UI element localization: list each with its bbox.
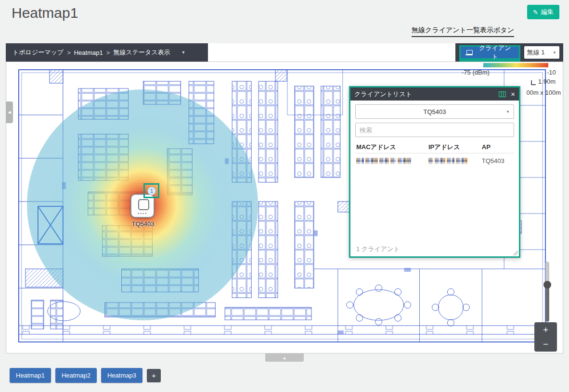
- client-list-panel: クライアントリスト × TQ5403 ▼ MACアドレス IPアドレス AP: [349, 86, 520, 258]
- client-panel-header[interactable]: クライアントリスト ×: [350, 88, 519, 101]
- masked-mac-address: [356, 158, 428, 164]
- breadcrumb-separator: >: [106, 49, 110, 56]
- edit-button-label: 編集: [541, 8, 554, 16]
- zoom-out-button[interactable]: −: [534, 337, 557, 352]
- radio-select-value: 無線 1: [527, 48, 545, 57]
- breadcrumb-topology-map[interactable]: トポロジーマップ: [13, 48, 64, 57]
- columns-icon[interactable]: [499, 91, 506, 97]
- tab-heatmap3[interactable]: Heatmap3: [101, 368, 142, 383]
- breadcrumb-heatmap1[interactable]: Heatmap1: [74, 49, 103, 56]
- masked-ip-address: [428, 158, 482, 164]
- annotation-label: 無線クライアント一覧表示ボタン: [412, 26, 514, 37]
- legend-min-label: -75 (dBm): [462, 69, 490, 76]
- client-ap-cell: TQ5403: [482, 157, 513, 164]
- client-button-highlight: クライアント: [459, 45, 520, 60]
- zoom-controls: + −: [534, 322, 557, 352]
- chevron-down-icon[interactable]: ▼: [181, 50, 186, 55]
- client-table-row[interactable]: TQ5403: [355, 153, 514, 168]
- left-panel-toggle[interactable]: ◀: [6, 101, 13, 123]
- client-table-header: MACアドレス IPアドレス AP: [355, 141, 514, 153]
- chevron-down-icon: ▼: [506, 110, 510, 114]
- legend-max-label: -10: [547, 69, 556, 76]
- map-size-label: 00m x 100m: [526, 89, 561, 96]
- map-canvas[interactable]: •••• TQ5403 1 -75 (dBm) -10 1.90m 00m x …: [6, 62, 563, 354]
- column-ip-address: IPアドレス: [428, 143, 482, 152]
- breadcrumb-separator: >: [67, 49, 71, 56]
- client-panel-body: TQ5403 ▼ MACアドレス IPアドレス AP TQ5403: [350, 101, 519, 256]
- toolbar: トポロジーマップ > Heatmap1 > 無線ステータス表示 ▼ クライアント…: [6, 43, 563, 62]
- chevron-up-icon: ▲: [283, 355, 287, 360]
- resize-handle[interactable]: [513, 250, 518, 255]
- ap-filter-value: TQ5403: [424, 108, 446, 115]
- pencil-icon: ✎: [533, 9, 538, 16]
- add-map-button[interactable]: +: [147, 369, 161, 382]
- radio-select[interactable]: 無線 1 ▼: [524, 46, 559, 59]
- laptop-icon: [466, 50, 473, 55]
- breadcrumb: トポロジーマップ > Heatmap1 > 無線ステータス表示 ▼: [6, 43, 208, 62]
- ap-label: TQ5403: [121, 220, 165, 228]
- search-input[interactable]: [355, 123, 514, 137]
- toolbar-right: クライアント 無線 1 ▼: [455, 43, 563, 62]
- column-mac-address: MACアドレス: [356, 143, 428, 152]
- grid-scale-label: 1.90m: [538, 78, 556, 85]
- client-panel-title: クライアントリスト: [354, 90, 494, 99]
- grid-scale: 1.90m: [531, 78, 556, 85]
- close-icon[interactable]: ×: [511, 90, 515, 98]
- ruler-icon: [531, 80, 536, 85]
- zoom-slider-track[interactable]: [545, 262, 549, 322]
- client-list-button[interactable]: クライアント: [461, 47, 519, 58]
- chevron-left-icon: ◀: [8, 110, 11, 114]
- chevron-down-icon: ▼: [553, 51, 556, 55]
- ap-led-dots: ••••: [131, 212, 154, 215]
- zoom-in-button[interactable]: +: [534, 322, 557, 337]
- tab-heatmap2[interactable]: Heatmap2: [55, 368, 97, 383]
- client-button-label: クライアント: [476, 44, 514, 61]
- zoom-slider-handle[interactable]: [543, 281, 551, 289]
- ap-filter-select[interactable]: TQ5403 ▼: [355, 104, 514, 119]
- page-title: Heatmap1: [12, 5, 78, 21]
- client-count-badge[interactable]: 1: [147, 187, 156, 195]
- edit-button[interactable]: ✎ 編集: [527, 5, 559, 19]
- client-count-footer: 1 クライアント: [356, 245, 400, 253]
- column-ap: AP: [482, 143, 513, 151]
- view-mode-select[interactable]: 無線ステータス表示: [113, 48, 170, 57]
- bottom-panel-toggle[interactable]: ▲: [265, 354, 304, 362]
- tab-heatmap1[interactable]: Heatmap1: [10, 368, 51, 383]
- map-tabs: Heatmap1 Heatmap2 Heatmap3 +: [10, 368, 161, 383]
- app-root: Heatmap1 ✎ 編集 無線クライアント一覧表示ボタン トポロジーマップ >…: [0, 0, 569, 392]
- signal-legend-gradient: [483, 63, 548, 67]
